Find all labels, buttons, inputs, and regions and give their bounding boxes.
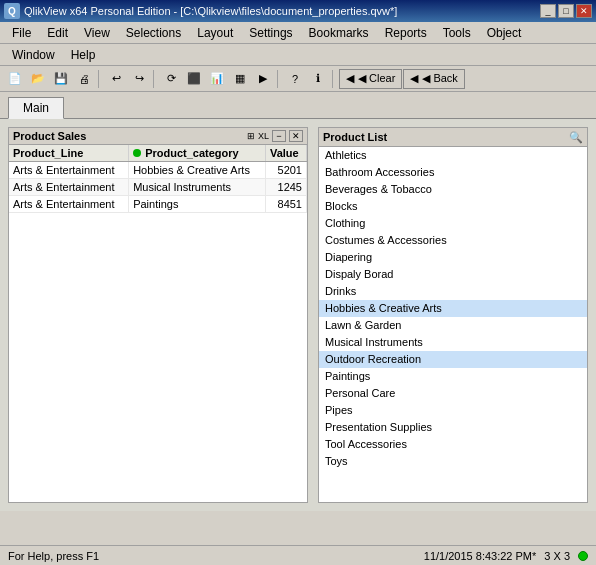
table-row[interactable]: Arts & Entertainment Musical Instruments… (9, 179, 307, 196)
refresh-button[interactable]: ⟳ (160, 68, 182, 90)
menu-selections[interactable]: Selections (118, 22, 189, 43)
list-item[interactable]: Athletics (319, 147, 587, 164)
title-bar: Q QlikView x64 Personal Edition - [C:\Ql… (0, 0, 596, 22)
list-item[interactable]: Paintings (319, 368, 587, 385)
product-sales-header: Product Sales ⊞ XL − ✕ (9, 128, 307, 145)
list-item[interactable]: Drinks (319, 283, 587, 300)
list-item[interactable]: Presentation Supplies (319, 419, 587, 436)
menu-bar-row1: File Edit View Selections Layout Setting… (0, 22, 596, 44)
menu-bar-row2: Window Help (0, 44, 596, 66)
info-button[interactable]: ℹ (307, 68, 329, 90)
product-list-header: Product List 🔍 (319, 128, 587, 147)
list-item[interactable]: Blocks (319, 198, 587, 215)
cell-value: 5201 (265, 162, 306, 179)
title-bar-buttons: _ □ ✕ (540, 4, 592, 18)
panel-ctrl-icon-1: ⊞ (247, 131, 255, 141)
cell-value: 8451 (265, 196, 306, 213)
app-icon: Q (4, 3, 20, 19)
chart-button[interactable]: 📊 (206, 68, 228, 90)
toolbar-separator-4 (332, 70, 336, 88)
cell-product-category: Musical Instruments (129, 179, 266, 196)
menu-view[interactable]: View (76, 22, 118, 43)
tab-bar: Main (0, 92, 596, 119)
menu-tools[interactable]: Tools (435, 22, 479, 43)
list-item[interactable]: Hobbies & Creative Arts (319, 300, 587, 317)
status-dot-green (133, 149, 141, 157)
toolbar-separator-3 (277, 70, 281, 88)
grid-info: 3 X 3 (544, 550, 570, 562)
toolbar-separator-1 (98, 70, 102, 88)
save-button[interactable]: 💾 (50, 68, 72, 90)
list-item[interactable]: Outdoor Recreation (319, 351, 587, 368)
list-item[interactable]: Beverages & Tobacco (319, 181, 587, 198)
cell-product-line: Arts & Entertainment (9, 162, 129, 179)
help-text: For Help, press F1 (8, 550, 99, 562)
back-label: ◀ Back (422, 72, 458, 85)
clear-arrow-icon: ◀ (346, 72, 354, 85)
col-header-product-category: Product_category (129, 145, 266, 162)
minimize-button[interactable]: _ (540, 4, 556, 18)
list-item[interactable]: Personal Care (319, 385, 587, 402)
datetime: 11/1/2015 8:43:22 PM* (424, 550, 537, 562)
back-button[interactable]: ◀ ◀ Back (403, 69, 465, 89)
menu-settings[interactable]: Settings (241, 22, 300, 43)
col-header-product-line: Product_Line (9, 145, 129, 162)
toolbar: 📄 📂 💾 🖨 ↩ ↪ ⟳ ⬛ 📊 ▦ ▶ ? ℹ ◀ ◀ Clear ◀ ◀ … (0, 66, 596, 92)
menu-file[interactable]: File (4, 22, 39, 43)
panel-minimize-button[interactable]: − (272, 130, 286, 142)
menu-help[interactable]: Help (63, 44, 104, 65)
open-button[interactable]: 📂 (27, 68, 49, 90)
col-header-value: Value (265, 145, 306, 162)
list-item[interactable]: Tool Accessories (319, 436, 587, 453)
tab-main[interactable]: Main (8, 97, 64, 119)
panel-controls: ⊞ XL − ✕ (247, 130, 303, 142)
cell-product-category: Paintings (129, 196, 266, 213)
cell-value: 1245 (265, 179, 306, 196)
status-bar: For Help, press F1 11/1/2015 8:43:22 PM*… (0, 545, 596, 565)
panel-close-button[interactable]: ✕ (289, 130, 303, 142)
menu-reports[interactable]: Reports (377, 22, 435, 43)
redo-button[interactable]: ↪ (128, 68, 150, 90)
window-title: QlikView x64 Personal Edition - [C:\Qlik… (24, 5, 397, 17)
new-button[interactable]: 📄 (4, 68, 26, 90)
list-item[interactable]: Pipes (319, 402, 587, 419)
list-item[interactable]: Diapering (319, 249, 587, 266)
tab-content: Product Sales ⊞ XL − ✕ Product_Line (0, 119, 596, 511)
status-right: 11/1/2015 8:43:22 PM* 3 X 3 (424, 550, 588, 562)
product-sales-title: Product Sales (13, 130, 86, 142)
product-sales-table: Product_Line Product_category Value (9, 145, 307, 213)
clear-button[interactable]: ◀ ◀ Clear (339, 69, 402, 89)
list-item[interactable]: Toys (319, 453, 587, 470)
menu-edit[interactable]: Edit (39, 22, 76, 43)
table-row[interactable]: Arts & Entertainment Hobbies & Creative … (9, 162, 307, 179)
product-list-items: AthleticsBathroom AccessoriesBeverages &… (319, 147, 587, 502)
maximize-button[interactable]: □ (558, 4, 574, 18)
menu-window[interactable]: Window (4, 44, 63, 65)
menu-layout[interactable]: Layout (189, 22, 241, 43)
product-list-title: Product List (323, 131, 387, 143)
list-item[interactable]: Lawn & Garden (319, 317, 587, 334)
product-sales-panel: Product Sales ⊞ XL − ✕ Product_Line (8, 127, 308, 503)
list-item[interactable]: Clothing (319, 215, 587, 232)
print-button[interactable]: 🖨 (73, 68, 95, 90)
product-list-search-button[interactable]: 🔍 (569, 130, 583, 144)
table-button[interactable]: ▦ (229, 68, 251, 90)
help-button[interactable]: ? (284, 68, 306, 90)
cell-product-category: Hobbies & Creative Arts (129, 162, 266, 179)
list-item[interactable]: Musical Instruments (319, 334, 587, 351)
back-arrow-icon: ◀ (410, 72, 418, 85)
list-item[interactable]: Dispaly Borad (319, 266, 587, 283)
list-item[interactable]: Bathroom Accessories (319, 164, 587, 181)
list-item[interactable]: Costumes & Accessories (319, 232, 587, 249)
menu-object[interactable]: Object (479, 22, 530, 43)
toolbar-separator-2 (153, 70, 157, 88)
forward-button[interactable]: ▶ (252, 68, 274, 90)
undo-button[interactable]: ↩ (105, 68, 127, 90)
stop-button[interactable]: ⬛ (183, 68, 205, 90)
panel-ctrl-xl: XL (258, 131, 269, 141)
menu-bookmarks[interactable]: Bookmarks (301, 22, 377, 43)
table-row[interactable]: Arts & Entertainment Paintings 8451 (9, 196, 307, 213)
clear-label: ◀ Clear (358, 72, 395, 85)
cell-product-line: Arts & Entertainment (9, 179, 129, 196)
close-button[interactable]: ✕ (576, 4, 592, 18)
